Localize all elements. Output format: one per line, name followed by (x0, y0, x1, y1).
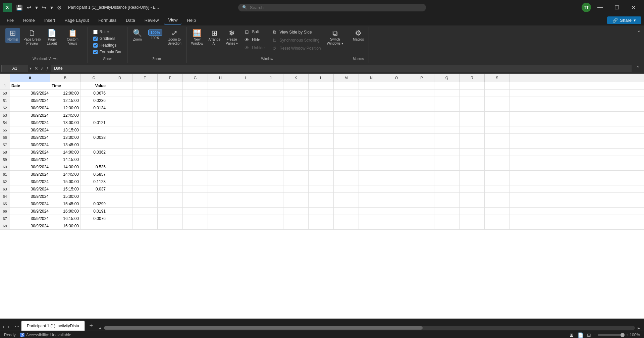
cell[interactable] (183, 97, 208, 104)
cell[interactable] (208, 141, 233, 148)
zoom-in-button[interactable]: + (626, 333, 628, 337)
cell[interactable] (107, 90, 132, 97)
cell[interactable] (107, 163, 132, 170)
cell[interactable] (409, 208, 434, 215)
cell[interactable] (183, 141, 208, 148)
cell[interactable]: 14:15:00 (50, 156, 80, 163)
cell[interactable] (309, 200, 334, 207)
cell[interactable]: 30/9/2024 (10, 208, 50, 215)
row-number[interactable]: 53 (0, 112, 10, 119)
cell[interactable] (359, 215, 384, 222)
cell[interactable]: 14:30:00 (50, 163, 80, 170)
cell[interactable] (334, 119, 359, 126)
cell[interactable] (334, 215, 359, 222)
cell[interactable] (233, 134, 258, 141)
cell[interactable] (309, 178, 334, 185)
cell[interactable] (258, 178, 283, 185)
minimize-button[interactable]: — (592, 2, 608, 13)
col-header-l[interactable]: L (309, 74, 334, 82)
cell[interactable]: 12:30:00 (50, 104, 80, 111)
cell[interactable] (384, 134, 409, 141)
menu-page-layout[interactable]: Page Layout (60, 16, 93, 24)
cell[interactable] (158, 104, 183, 111)
cell[interactable] (183, 163, 208, 170)
cell[interactable] (334, 149, 359, 156)
cell[interactable] (283, 200, 309, 207)
formula-bar-checkbox[interactable] (93, 50, 98, 54)
cell[interactable] (384, 141, 409, 148)
row-number[interactable]: 57 (0, 141, 10, 148)
cell[interactable] (233, 208, 258, 215)
cell[interactable] (334, 222, 359, 229)
cell[interactable] (384, 163, 409, 170)
cell[interactable] (132, 126, 158, 133)
cell[interactable] (384, 156, 409, 163)
cell[interactable]: 30/9/2024 (10, 149, 50, 156)
cell[interactable] (485, 141, 510, 148)
cell-l1[interactable] (309, 82, 334, 89)
cell[interactable] (283, 193, 309, 200)
cell[interactable] (258, 171, 283, 178)
cell[interactable] (359, 171, 384, 178)
cell[interactable] (208, 90, 233, 97)
switch-windows-button[interactable]: ⧉ SwitchWindows ▾ (325, 28, 345, 47)
cell[interactable] (485, 149, 510, 156)
col-header-b[interactable]: B (50, 74, 80, 82)
col-header-n[interactable]: N (359, 74, 384, 82)
menu-view[interactable]: View (164, 16, 181, 24)
cell[interactable] (183, 200, 208, 207)
tab-nav-prev-button[interactable]: ‹ (1, 323, 6, 331)
cell[interactable] (434, 222, 460, 229)
col-header-s[interactable]: S (485, 74, 510, 82)
cell[interactable] (460, 208, 485, 215)
cell[interactable] (132, 156, 158, 163)
cell[interactable] (233, 141, 258, 148)
cell[interactable] (258, 193, 283, 200)
cell[interactable] (409, 200, 434, 207)
cell[interactable] (485, 119, 510, 126)
cell[interactable]: 30/9/2024 (10, 156, 50, 163)
horizontal-scrollbar[interactable] (104, 326, 635, 330)
cell[interactable] (485, 222, 510, 229)
grid-container[interactable]: 1 Date Time Value 503 (0, 82, 644, 319)
cell[interactable]: 0.037 (80, 185, 107, 192)
cell[interactable] (334, 134, 359, 141)
arrange-all-button[interactable]: ⊞ ArrangeAll (206, 28, 222, 47)
cell[interactable]: 0.0676 (80, 90, 107, 97)
page-break-status-button[interactable]: ⊟ (585, 331, 593, 338)
cell[interactable]: 0.0191 (80, 208, 107, 215)
cell[interactable] (359, 178, 384, 185)
cell-e1[interactable] (132, 82, 158, 89)
menu-home[interactable]: Home (19, 16, 39, 24)
cell[interactable] (460, 112, 485, 119)
cell[interactable] (283, 215, 309, 222)
cell[interactable] (409, 104, 434, 111)
cell[interactable] (132, 112, 158, 119)
cell[interactable] (309, 193, 334, 200)
cell[interactable] (233, 90, 258, 97)
menu-help[interactable]: Help (183, 16, 200, 24)
headings-checkbox-label[interactable]: Headings (93, 43, 122, 48)
cell[interactable] (359, 208, 384, 215)
cell[interactable] (384, 215, 409, 222)
cell[interactable]: 30/9/2024 (10, 200, 50, 207)
cell[interactable] (158, 126, 183, 133)
cell[interactable] (80, 126, 107, 133)
cell[interactable] (434, 208, 460, 215)
cell[interactable] (233, 193, 258, 200)
cell[interactable]: 13:30:00 (50, 134, 80, 141)
cell[interactable] (485, 200, 510, 207)
cell[interactable] (434, 134, 460, 141)
cell[interactable] (485, 90, 510, 97)
cell[interactable] (460, 185, 485, 192)
search-input[interactable] (250, 5, 422, 10)
cell[interactable] (409, 163, 434, 170)
cell[interactable] (485, 156, 510, 163)
cell[interactable] (384, 90, 409, 97)
cell[interactable] (384, 104, 409, 111)
cell[interactable] (80, 141, 107, 148)
cell[interactable] (183, 178, 208, 185)
cell[interactable]: 0.0236 (80, 97, 107, 104)
col-header-o[interactable]: O (384, 74, 409, 82)
cell[interactable] (409, 97, 434, 104)
